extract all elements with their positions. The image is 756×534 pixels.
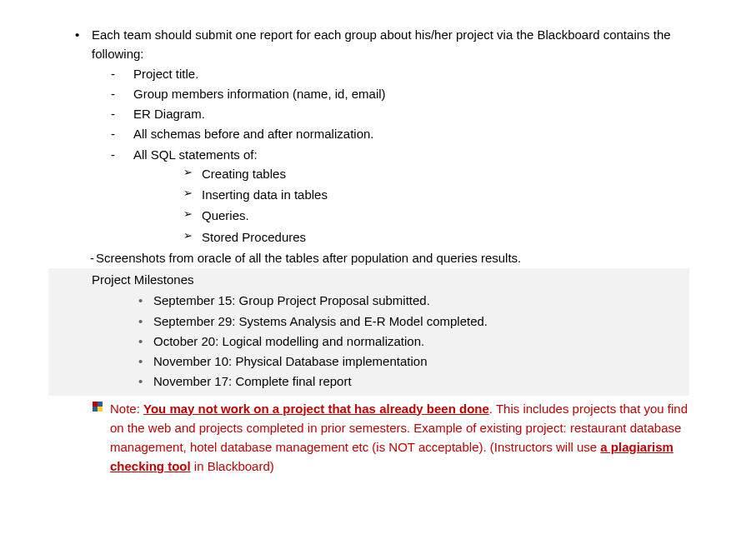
svg-rect-0 [93, 402, 98, 407]
note-flag-icon [92, 401, 105, 420]
sql-text: Queries. [202, 208, 249, 222]
intro-item: Each team should submit one report for e… [67, 25, 689, 477]
sql-text: Inserting data in tables [202, 187, 328, 202]
milestone-text: November 10: Physical Database implement… [153, 354, 428, 368]
sql-item: Inserting data in tables [175, 185, 689, 204]
intro-text: Each team should submit one report for e… [92, 27, 671, 61]
milestone-section: Project Milestones September 15: Group P… [48, 268, 689, 396]
milestone-text: September 29: Systems Analysis and E-R M… [153, 314, 488, 328]
submission-item: ER Diagram. [100, 104, 689, 123]
milestone-text: October 20: Logical modelling and normal… [153, 334, 424, 348]
note-prefix: Note: [110, 402, 143, 416]
milestone-text: November 17: Complete final report [153, 374, 352, 388]
milestone-text: September 15: Group Project Proposal sub… [153, 293, 430, 307]
milestone-item: November 17: Complete final report [125, 372, 689, 391]
svg-rect-1 [98, 402, 103, 407]
submission-item: Project title. [100, 64, 689, 83]
submission-text: Screenshots from oracle of all the table… [96, 251, 521, 265]
submission-item: All schemas before and after normalizati… [100, 124, 689, 143]
sql-text: Stored Procedures [202, 230, 306, 244]
milestone-item: September 29: Systems Analysis and E-R M… [125, 312, 689, 331]
document-body: Each team should submit one report for e… [67, 25, 689, 477]
sql-item: Queries. [175, 206, 689, 225]
submission-text: Project title. [133, 67, 198, 81]
submission-item: Group members information (name, id, ema… [100, 84, 689, 103]
milestone-item: September 15: Group Project Proposal sub… [125, 291, 689, 310]
note-end: in Blackboard) [191, 459, 274, 473]
submission-text: ER Diagram. [133, 107, 205, 121]
milestone-item: October 20: Logical modelling and normal… [125, 332, 689, 351]
svg-rect-2 [93, 407, 98, 412]
sql-item: Stored Procedures [175, 227, 689, 247]
milestones-title: Project Milestones [92, 270, 689, 289]
milestone-list: September 15: Group Project Proposal sub… [125, 291, 689, 391]
note-emphasis-1: You may not work on a project that has a… [143, 402, 489, 416]
sql-text: Creating tables [202, 167, 286, 181]
submission-item: Screenshots from oracle of all the table… [79, 248, 689, 267]
submission-text: All schemas before and after normalizati… [133, 127, 373, 141]
milestone-item: November 10: Physical Database implement… [125, 352, 689, 371]
submission-text: Group members information (name, id, ema… [133, 87, 386, 101]
svg-rect-3 [98, 407, 103, 412]
sql-list: Creating tables Inserting data in tables… [175, 164, 689, 247]
submission-list: Project title. Group members information… [100, 64, 689, 268]
sql-item: Creating tables [175, 164, 689, 183]
submission-text: All SQL statements of: [133, 147, 258, 162]
note-block: Note: You may not work on a project that… [92, 399, 689, 477]
submission-item: All SQL statements of: Creating tables I… [100, 145, 689, 247]
